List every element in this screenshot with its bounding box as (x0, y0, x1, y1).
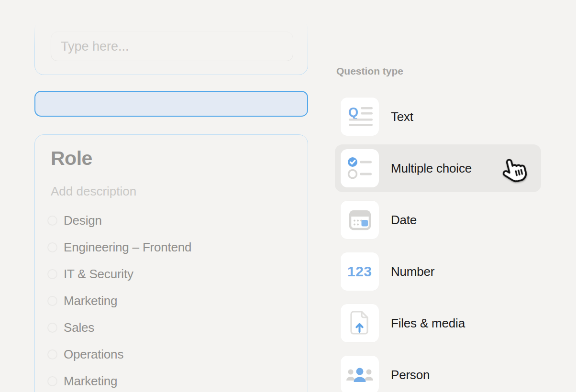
radio-option-row[interactable]: Design (47, 207, 191, 234)
file-upload-icon (341, 304, 379, 342)
question-type-item-number[interactable]: 123 Number (335, 248, 541, 295)
radio-option-label: IT & Security (64, 267, 133, 282)
radio-button-icon[interactable] (47, 349, 57, 359)
question-title[interactable]: Role (51, 147, 92, 170)
number-123-icon: 123 (341, 252, 379, 291)
radio-option-row[interactable]: Engineering – Frontend (47, 234, 191, 261)
question-type-label: Files & media (391, 316, 465, 331)
question-type-label: Number (391, 264, 434, 279)
radio-button-icon[interactable] (47, 269, 57, 279)
question-type-item-files[interactable]: Files & media (335, 299, 541, 347)
text-question-icon: Q (341, 98, 379, 136)
question-type-item-multiple-choice[interactable]: Multiple choice (335, 144, 541, 192)
radio-option-row[interactable]: Sales (47, 314, 191, 341)
question-card-role[interactable]: Role Add description Design Engineering … (34, 134, 308, 392)
question-type-label: Text (391, 109, 413, 124)
radio-option-label: Design (64, 213, 102, 228)
radio-option-label: Engineering – Frontend (64, 240, 191, 255)
radio-option-label: Marketing (64, 294, 117, 308)
selected-question-block[interactable] (34, 91, 308, 117)
person-icon (341, 356, 379, 392)
question-type-list: Q Text Multiple choice (335, 93, 541, 392)
question-type-item-text[interactable]: Q Text (335, 93, 541, 141)
radio-option-label: Marketing (64, 374, 117, 389)
question-type-heading: Question type (336, 65, 403, 77)
number-digits: 123 (347, 263, 372, 279)
multiple-choice-icon (341, 149, 379, 187)
radio-option-row[interactable]: IT & Security (47, 261, 191, 287)
radio-button-icon[interactable] (47, 323, 57, 333)
radio-options-list: Design Engineering – Frontend IT & Secur… (47, 207, 191, 392)
radio-button-icon[interactable] (47, 376, 57, 386)
question-type-item-date[interactable]: Date (335, 196, 541, 244)
radio-button-icon[interactable] (47, 296, 57, 306)
question-type-label: Multiple choice (391, 161, 472, 176)
radio-option-row[interactable]: Marketing (47, 368, 191, 392)
q-letter: Q (348, 105, 358, 120)
question-type-label: Date (391, 213, 417, 228)
radio-option-label: Sales (64, 320, 94, 335)
question-type-label: Person (391, 368, 430, 382)
radio-button-icon[interactable] (47, 216, 57, 226)
form-builder-canvas: Role Add description Design Engineering … (0, 0, 576, 392)
question-description-placeholder[interactable]: Add description (51, 184, 136, 199)
calendar-icon (341, 201, 379, 239)
radio-option-row[interactable]: Marketing (47, 287, 191, 314)
radio-button-icon[interactable] (47, 242, 57, 252)
radio-option-label: Operations (64, 347, 123, 362)
question-type-item-person[interactable]: Person (335, 351, 541, 392)
text-answer-input[interactable] (51, 32, 293, 61)
question-card-text-preview[interactable] (34, 20, 308, 75)
radio-option-row[interactable]: Operations (47, 341, 191, 368)
